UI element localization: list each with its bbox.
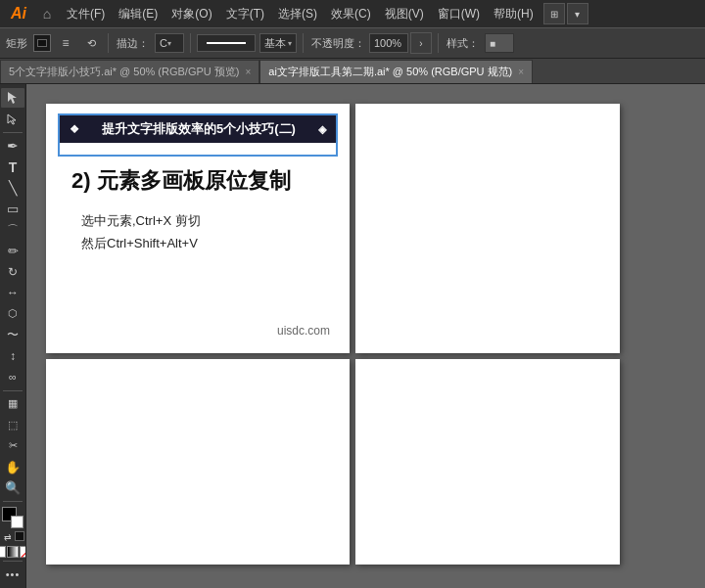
title-banner-selection: ❖ 提升文字排版效率的5个小技巧(二) ◈ — [58, 113, 338, 157]
grid-icon[interactable]: ⊞ — [543, 3, 565, 24]
tab-1-close[interactable]: × — [245, 67, 251, 77]
menu-window[interactable]: 窗口(W) — [432, 4, 486, 24]
menu-effect[interactable]: 效果(C) — [325, 4, 377, 24]
tool-divider-4 — [3, 561, 23, 562]
menu-select[interactable]: 选择(S) — [272, 4, 323, 24]
canvas-area[interactable]: ❖ 提升文字排版效率的5个小技巧(二) ◈ 2) 元素多画板原位复制 选中元素,… — [26, 84, 705, 588]
tool-pen[interactable]: ✒ — [1, 136, 24, 156]
fill-mode-row — [0, 546, 26, 558]
artboard-grid: ❖ 提升文字排版效率的5个小技巧(二) ◈ 2) 元素多画板原位复制 选中元素,… — [46, 104, 620, 565]
arrange-icons: ⊞ ▾ — [543, 3, 588, 24]
toolbar: 矩形 ≡ ⟲ 描边： C ▾ 基本 ▾ 不透明度： 100% › 样式： ■ — [0, 27, 705, 59]
tabs-bar: 5个文字排版小技巧.ai* @ 50% (RGB/GPU 预览) × ai文字排… — [0, 59, 705, 84]
swap-colors-icon[interactable]: ⇄ — [2, 531, 14, 543]
tool-blend[interactable]: ∞ — [1, 367, 24, 386]
options-icon[interactable]: ≡ — [55, 32, 76, 54]
artboard-main-title: 2) 元素多画板原位复制 — [71, 166, 338, 196]
rect-preview — [33, 34, 51, 52]
menu-bar: Ai ⌂ 文件(F) 编辑(E) 对象(O) 文字(T) 选择(S) 效果(C)… — [0, 0, 705, 27]
tool-rect[interactable]: ▭ — [1, 199, 24, 218]
color-swatches: ⇄ — [0, 507, 26, 558]
tool-column-graph[interactable]: ▦ — [1, 394, 24, 414]
tool-scale[interactable]: ⬡ — [1, 304, 24, 324]
color-mode-row: ⇄ — [2, 531, 24, 543]
tab-1-label: 5个文字排版小技巧.ai* @ 50% (RGB/GPU 预览) — [9, 65, 239, 79]
artboard-1: ❖ 提升文字排版效率的5个小技巧(二) ◈ 2) 元素多画板原位复制 选中元素,… — [46, 104, 350, 353]
tool-line[interactable]: ╲ — [1, 178, 24, 198]
tool-direct-selection[interactable] — [1, 109, 24, 128]
no-fill-icon[interactable] — [20, 546, 26, 558]
menu-help[interactable]: 帮助(H) — [488, 4, 540, 24]
tool-width[interactable]: ↕ — [1, 346, 24, 366]
body-line-2: 然后Ctrl+Shift+Alt+V — [81, 232, 338, 254]
tab-2-close[interactable]: × — [518, 67, 524, 77]
menu-edit[interactable]: 编辑(E) — [113, 4, 164, 24]
background-swatch[interactable] — [11, 516, 24, 528]
banner-icon-left: ❖ — [70, 123, 79, 136]
artboard-1-content: ❖ 提升文字排版效率的5个小技巧(二) ◈ 2) 元素多画板原位复制 选中元素,… — [46, 104, 350, 265]
tool-divider-2 — [3, 390, 23, 391]
transform-icon[interactable]: ⟲ — [80, 32, 102, 54]
tool-pencil[interactable]: ✏ — [1, 241, 24, 260]
tool-divider-1 — [3, 132, 23, 133]
stroke-preview — [197, 34, 256, 52]
tool-warp[interactable]: 〜 — [1, 325, 24, 344]
opacity-section: 不透明度： 100% › — [309, 32, 432, 54]
default-colors-icon[interactable] — [15, 531, 24, 541]
dropdown-icon[interactable]: ▾ — [567, 3, 588, 24]
stroke-control[interactable]: C ▾ — [155, 33, 184, 53]
menu-file[interactable]: 文件(F) — [61, 4, 111, 24]
artboard-body: 选中元素,Ctrl+X 剪切 然后Ctrl+Shift+Alt+V — [81, 209, 338, 255]
title-banner: ❖ 提升文字排版效率的5个小技巧(二) ◈ — [60, 115, 336, 143]
opacity-label: 不透明度： — [309, 36, 367, 51]
tool-rotate[interactable]: ↻ — [1, 262, 24, 282]
separator-4 — [438, 33, 439, 53]
left-toolbox: ✒ T ╲ ▭ ⌒ ✏ ↻ ↔ ⬡ 〜 ↕ ∞ ▦ ⬚ ✂ ✋ 🔍 ⇄ — [0, 84, 26, 588]
style-label: 样式： — [445, 36, 481, 51]
style-control[interactable]: ■ — [485, 33, 514, 53]
tab-2-label: ai文字排版工具第二期.ai* @ 50% (RGB/GPU 规范) — [268, 65, 512, 79]
separator-3 — [303, 33, 304, 53]
home-icon[interactable]: ⌂ — [33, 0, 61, 27]
menu-items: 文件(F) 编辑(E) 对象(O) 文字(T) 选择(S) 效果(C) 视图(V… — [61, 4, 540, 24]
main-layout: ✒ T ╲ ▭ ⌒ ✏ ↻ ↔ ⬡ 〜 ↕ ∞ ▦ ⬚ ✂ ✋ 🔍 ⇄ — [0, 84, 705, 588]
solid-fill-icon[interactable] — [0, 546, 6, 558]
menu-object[interactable]: 对象(O) — [165, 4, 217, 24]
app-icon: Ai — [4, 0, 33, 27]
tool-selection[interactable] — [1, 88, 24, 108]
tool-zoom[interactable]: 🔍 — [1, 477, 24, 497]
tab-1[interactable]: 5个文字排版小技巧.ai* @ 50% (RGB/GPU 预览) × — [0, 60, 259, 83]
artboard-3 — [46, 359, 350, 565]
banner-icon-right: ◈ — [318, 123, 326, 136]
basic-dropdown[interactable]: 基本 ▾ — [259, 33, 297, 53]
tool-hand[interactable]: ✋ — [1, 457, 24, 476]
tool-type[interactable]: T — [1, 157, 24, 176]
stroke-label: 描边： — [115, 36, 151, 51]
tool-artboard[interactable]: ⬚ — [1, 415, 24, 434]
menu-type[interactable]: 文字(T) — [220, 4, 270, 24]
artboard-2 — [355, 104, 620, 353]
separator-1 — [108, 33, 109, 53]
separator-2 — [190, 33, 191, 53]
opacity-control[interactable]: 100% — [369, 33, 408, 53]
artboard-watermark: uisdc.com — [277, 324, 330, 338]
opacity-up[interactable]: › — [410, 32, 432, 54]
shape-label: 矩形 — [4, 36, 29, 51]
tool-divider-3 — [3, 501, 23, 502]
artboard-4 — [355, 359, 620, 565]
tool-slice[interactable]: ✂ — [1, 435, 24, 455]
body-line-1: 选中元素,Ctrl+X 剪切 — [81, 209, 338, 232]
tab-2[interactable]: ai文字排版工具第二期.ai* @ 50% (RGB/GPU 规范) × — [259, 60, 533, 83]
tool-paintbrush[interactable]: ⌒ — [1, 220, 24, 240]
tool-mirror[interactable]: ↔ — [1, 283, 24, 302]
banner-text: 提升文字排版效率的5个小技巧(二) — [83, 120, 314, 138]
menu-view[interactable]: 视图(V) — [379, 4, 430, 24]
tool-more[interactable]: ••• — [1, 565, 24, 584]
gradient-fill-icon[interactable] — [7, 546, 19, 558]
